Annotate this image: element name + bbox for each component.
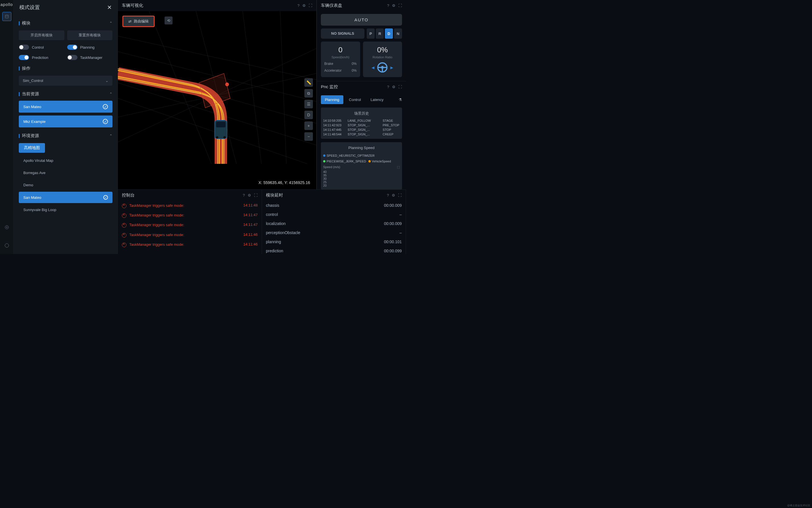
gear-icon[interactable]: ⚙ (392, 85, 395, 89)
zoom-out-button[interactable]: − (304, 132, 313, 141)
open-all-button[interactable]: 开启所有模块 (19, 31, 64, 40)
toggle-planning[interactable]: Planning (67, 45, 113, 50)
user-icon[interactable] (2, 241, 11, 250)
filter-icon[interactable]: ⚗ (398, 97, 402, 102)
add-icon[interactable] (2, 223, 11, 232)
scenario-row: 14:11:42:923STOP_SIGN_...PRE_STOP (323, 123, 400, 127)
pnc-title: Pnc 监控 (321, 84, 338, 90)
scenario-row: 14:10:58:205LANE_FOLLOWSTAGE (323, 118, 400, 123)
layers-icon[interactable]: ☰ (304, 100, 313, 109)
dashboard-title: 车辆仪表盘 (321, 3, 342, 8)
expand-icon[interactable]: ⛶ (398, 3, 402, 8)
toggle-control[interactable]: Control (19, 45, 64, 50)
help-icon[interactable]: ? (387, 193, 389, 198)
hdmap-button[interactable]: 高精地图 (19, 143, 45, 153)
help-icon[interactable]: ? (387, 3, 389, 8)
no-signals-label: NO SIGNALS (321, 29, 364, 39)
operation-select[interactable]: Sim_Control ⌄ (19, 76, 112, 86)
gear-icon[interactable]: ⚙ (392, 193, 395, 198)
error-icon (122, 204, 126, 208)
dimension-button[interactable]: D (304, 111, 313, 119)
legend-item: VehicleSpeed (369, 160, 391, 163)
env-item[interactable]: Borregas Ave (19, 167, 112, 178)
expand-icon[interactable]: ⛶ (309, 3, 312, 8)
auto-button[interactable]: AUTO (321, 14, 402, 26)
modules-header[interactable]: 模块 ⌃ (19, 19, 112, 27)
gear-P[interactable]: P (367, 29, 375, 39)
zoom-in-button[interactable]: + (304, 121, 313, 130)
latency-row: chassis00:00.009 (266, 201, 402, 210)
gear-icon[interactable]: ⚙ (248, 193, 251, 198)
chart-expand-icon[interactable]: ⬚ (397, 165, 400, 169)
close-icon[interactable]: ✕ (107, 4, 112, 11)
turn-left-icon: ◀ (372, 66, 375, 70)
ruler-icon[interactable]: 📏 (304, 78, 313, 87)
svg-point-21 (225, 83, 229, 86)
gear-N[interactable]: N (394, 29, 402, 39)
log-row: TaskManager triggers safe mode:14:11:48 (122, 201, 258, 210)
rotation-meter: 0% Rotation Ratio ◀ ▶ (363, 42, 402, 77)
current-res-header[interactable]: 当前资源 ⌃ (19, 90, 112, 98)
svg-point-5 (5, 244, 8, 247)
svg-line-16 (280, 11, 286, 164)
gear-R[interactable]: R (376, 29, 384, 39)
console-title: 控制台 (122, 193, 135, 198)
nav-module-icon[interactable] (2, 12, 11, 21)
error-icon (122, 223, 126, 227)
chevron-down-icon: ⌄ (105, 79, 109, 83)
error-icon (122, 233, 126, 238)
toggle-taskmanager[interactable]: TaskManager (67, 55, 113, 60)
latency-row: localization00:00.009 (266, 219, 402, 228)
latency-row: control– (266, 210, 402, 219)
gear-D[interactable]: D (385, 29, 393, 39)
env-item[interactable]: Demo (19, 179, 112, 190)
tab-latency[interactable]: Latency (367, 95, 388, 104)
expand-icon[interactable]: ⛶ (398, 193, 402, 198)
scenario-row: 14:11:48:544STOP_SIGN_...CREEP (323, 132, 400, 136)
viz-canvas[interactable]: ⇄ 路由编辑 ⟲ (118, 11, 316, 189)
gear-icon[interactable]: ⚙ (392, 3, 395, 8)
svg-point-23 (381, 66, 384, 69)
latency-row: perceptionObstacle– (266, 228, 402, 237)
latency-title: 模块延时 (266, 193, 283, 198)
help-icon[interactable]: ? (387, 85, 389, 89)
operation-header[interactable]: 操作 (19, 65, 112, 72)
svg-point-19 (216, 136, 218, 138)
speed-meter: 0 Speed(km/h) Brake0% Accelerator0% (321, 42, 360, 77)
chevron-up-icon: ⌃ (109, 134, 112, 138)
help-icon[interactable]: ? (298, 3, 300, 8)
chevron-up-icon: ⌃ (109, 21, 112, 25)
svg-line-15 (242, 11, 261, 164)
log-row: TaskManager triggers safe mode:14:11:46 (122, 240, 258, 249)
sidebar-title: 模式设置 (20, 4, 40, 11)
expand-icon[interactable]: ⛶ (398, 85, 402, 89)
turn-right-icon: ▶ (390, 66, 393, 70)
expand-icon[interactable]: ⛶ (254, 193, 258, 198)
help-icon[interactable]: ? (243, 193, 245, 198)
legend-item: SPEED_HEURISTIC_OPTIMIZER (323, 154, 375, 157)
relay-button[interactable]: ⟲ (164, 16, 172, 25)
route-edit-button[interactable]: ⇄ 路由编辑 (122, 16, 155, 27)
reset-all-button[interactable]: 重置所有模块 (67, 31, 113, 40)
gear-icon[interactable]: ⚙ (302, 3, 306, 8)
logo: apollo (1, 2, 13, 7)
copy-icon[interactable]: ⧉ (304, 89, 313, 97)
scenario-row: 14:11:47:445STOP_SIGN_...STOP (323, 127, 400, 132)
toggle-prediction[interactable]: Prediction (19, 55, 64, 60)
chevron-up-icon: ⌃ (109, 92, 112, 96)
resource-item[interactable]: San Mateo✓ (19, 101, 112, 113)
latency-row: planning00:00.101 (266, 237, 402, 246)
error-icon (122, 243, 126, 247)
error-icon (122, 213, 126, 218)
env-item[interactable]: Sunnyvale Big Loop (19, 204, 112, 215)
legend-item: PIECEWISE_JERK_SPEED (323, 160, 366, 163)
resource-item[interactable]: Mkz Example✓ (19, 116, 112, 127)
planning-speed-title: Planning Speed (323, 144, 400, 152)
log-row: TaskManager triggers safe mode:14:11:47 (122, 220, 258, 230)
env-item[interactable]: Apollo Virutal Map (19, 155, 112, 166)
env-res-header[interactable]: 环境资源 ⌃ (19, 132, 112, 140)
tab-planning[interactable]: Planning (321, 95, 343, 104)
tab-control[interactable]: Control (345, 95, 365, 104)
env-item[interactable]: San Mateo✓ (19, 192, 112, 203)
log-row: TaskManager triggers safe mode:14:11:46 (122, 230, 258, 240)
